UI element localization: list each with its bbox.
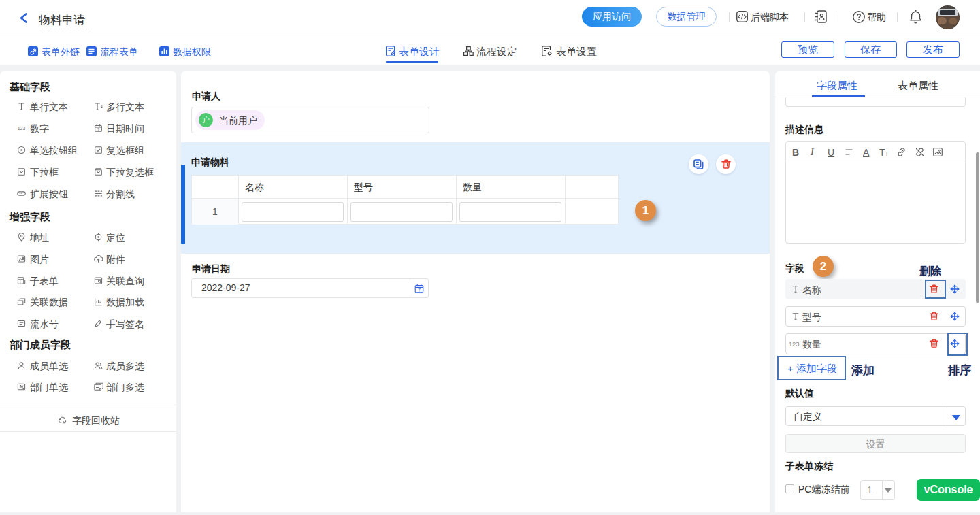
svg-text:123: 123	[18, 126, 26, 131]
svg-text:7: 7	[418, 287, 421, 292]
svg-text:7: 7	[97, 127, 99, 131]
